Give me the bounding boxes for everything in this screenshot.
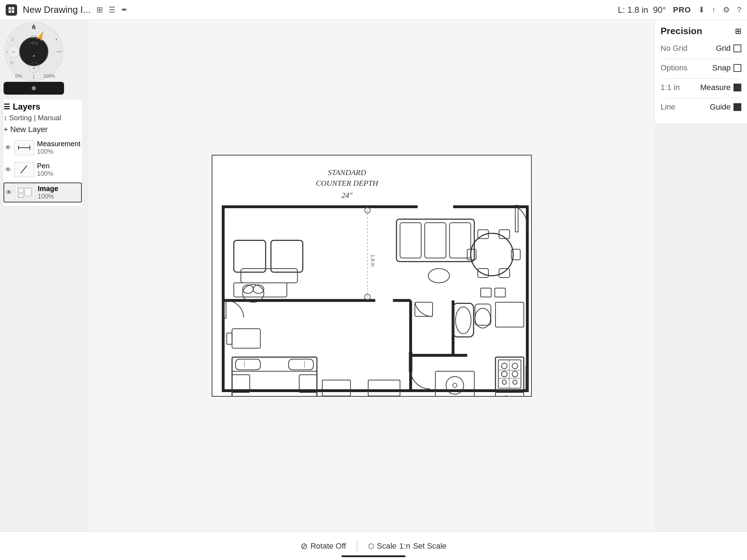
pro-badge: PRO	[673, 5, 691, 15]
bottom-divider-1	[357, 541, 357, 551]
sorting-value: Manual	[38, 114, 62, 122]
svg-text:~0 in: ~0 in	[30, 41, 38, 45]
dimension-display: L: 1.8 in 90°	[618, 5, 666, 15]
svg-rect-55	[478, 269, 488, 278]
pen-icon[interactable]: ✒	[121, 5, 128, 15]
svg-rect-36	[223, 207, 527, 391]
svg-point-98	[513, 380, 517, 384]
svg-rect-59	[515, 205, 518, 232]
svg-text:✦: ✦	[55, 37, 58, 42]
panel-title: Precision	[661, 26, 702, 37]
svg-rect-0	[9, 7, 11, 10]
svg-rect-48	[450, 223, 471, 258]
set-scale-label: Set Scale	[413, 541, 446, 551]
layer-item-image[interactable]: 👁 Image 100%	[4, 183, 82, 202]
layers-menu-icon[interactable]: ☰	[4, 102, 10, 111]
layer-item-pen[interactable]: 👁 Pen 100%	[4, 160, 82, 179]
snap-toggle[interactable]: Snap	[712, 63, 741, 73]
new-layer-button[interactable]: + New Layer	[4, 125, 82, 134]
svg-rect-102	[435, 371, 474, 397]
layer-name-pen: Pen	[37, 162, 53, 170]
scale-label: Scale	[377, 541, 397, 551]
svg-rect-65	[234, 241, 265, 272]
rotate-label: Rotate Off	[311, 541, 346, 551]
layer-thumb-measurement: ↔	[14, 140, 34, 155]
svg-point-93	[502, 363, 507, 369]
rotate-off-button[interactable]: ⊘ Rotate Off	[301, 541, 346, 551]
svg-point-106	[503, 396, 510, 397]
eye-icon-measurement[interactable]: 👁	[5, 144, 11, 152]
svg-rect-32	[18, 194, 23, 197]
tool-bar-indicator	[32, 86, 36, 90]
grid-icon[interactable]: ⊞	[96, 5, 103, 15]
options-label: Options	[661, 63, 688, 73]
svg-rect-66	[271, 241, 303, 272]
svg-point-50	[471, 233, 513, 276]
rotate-icon: ⊘	[301, 541, 308, 551]
measure-scale-label: 1:1 in	[661, 83, 680, 92]
floor-plan-svg[interactable]: STANDARD COUNTER DEPTH 24"	[212, 155, 532, 397]
layer-pct-pen: 100%	[37, 170, 53, 178]
share-icon[interactable]: ↑	[712, 5, 716, 15]
svg-point-94	[512, 363, 518, 369]
svg-point-97	[502, 380, 507, 384]
svg-rect-44	[418, 204, 453, 209]
document-title[interactable]: New Drawing I...	[23, 4, 91, 15]
layer-name-image: Image	[38, 185, 58, 193]
svg-line-28	[21, 165, 27, 173]
svg-text:0.9: 0.9	[31, 35, 37, 39]
panel-grid-icon[interactable]: ⊞	[735, 27, 741, 36]
svg-point-89	[456, 307, 471, 334]
grid-toggle[interactable]: Grid	[716, 44, 741, 53]
svg-text:24": 24"	[341, 191, 353, 200]
tool-progress-bar[interactable]	[4, 82, 64, 95]
svg-text:●: ●	[33, 54, 35, 58]
svg-text:⚙: ⚙	[32, 66, 36, 70]
sort-icon: ↕	[4, 114, 7, 122]
svg-rect-78	[288, 359, 313, 370]
measure-toggle[interactable]: Measure	[700, 83, 741, 92]
settings-icon[interactable]: ⚙	[723, 5, 730, 15]
layers-panel: ☰ Layers ↕ Sorting | Manual + New Layer …	[4, 100, 82, 206]
svg-text:100%: 100%	[43, 73, 55, 79]
no-grid-label: No Grid	[661, 44, 688, 53]
svg-rect-57	[481, 288, 491, 297]
compass-wheel[interactable]: N ← ● 0% 100% 0.9 ~0 in ⚙ 2 0~ ✦	[4, 21, 64, 82]
right-panel: Precision ⊞ No Grid Grid Options Snap 1:…	[655, 20, 747, 123]
svg-rect-46	[400, 223, 422, 258]
svg-point-96	[512, 371, 518, 377]
help-icon[interactable]: ?	[737, 5, 741, 15]
download-icon[interactable]: ⬇	[698, 5, 705, 15]
svg-rect-105	[496, 392, 524, 397]
eye-icon-image[interactable]: 👁	[6, 189, 12, 196]
svg-point-95	[502, 371, 507, 377]
svg-text:2: 2	[11, 37, 14, 42]
svg-rect-31	[25, 188, 31, 196]
svg-rect-91	[496, 357, 524, 391]
sorting-row[interactable]: ↕ Sorting | Manual	[4, 114, 82, 122]
scale-button[interactable]: ⬡ Scale 1:n Set Scale	[368, 541, 447, 551]
main-canvas[interactable]: STANDARD COUNTER DEPTH 24"	[89, 20, 655, 532]
svg-text:←: ←	[11, 49, 16, 55]
svg-text:COUNTER DEPTH: COUNTER DEPTH	[316, 179, 379, 187]
new-layer-label: New Layer	[10, 125, 48, 134]
layer-thumb-pen	[14, 162, 34, 177]
svg-rect-77	[235, 359, 260, 370]
plus-icon: +	[4, 125, 8, 134]
layer-name-measurement: Measurement	[37, 140, 80, 148]
guide-toggle[interactable]: Guide	[710, 102, 741, 112]
svg-rect-1	[12, 7, 14, 10]
svg-rect-84	[368, 380, 400, 396]
svg-rect-2	[9, 10, 11, 13]
bottom-home-indicator	[341, 555, 406, 557]
scale-value: 1:n	[399, 541, 410, 551]
layer-pct-image: 100%	[38, 193, 58, 200]
svg-rect-45	[397, 219, 475, 261]
svg-rect-58	[495, 288, 505, 297]
app-icon[interactable]	[6, 4, 17, 16]
eye-icon-pen[interactable]: 👁	[5, 166, 11, 174]
svg-text:0~: 0~	[10, 60, 15, 65]
menu-icon[interactable]: ☰	[108, 5, 116, 15]
svg-point-104	[453, 383, 457, 387]
layer-item-measurement[interactable]: 👁 ↔ Measurement 100%	[4, 138, 82, 157]
